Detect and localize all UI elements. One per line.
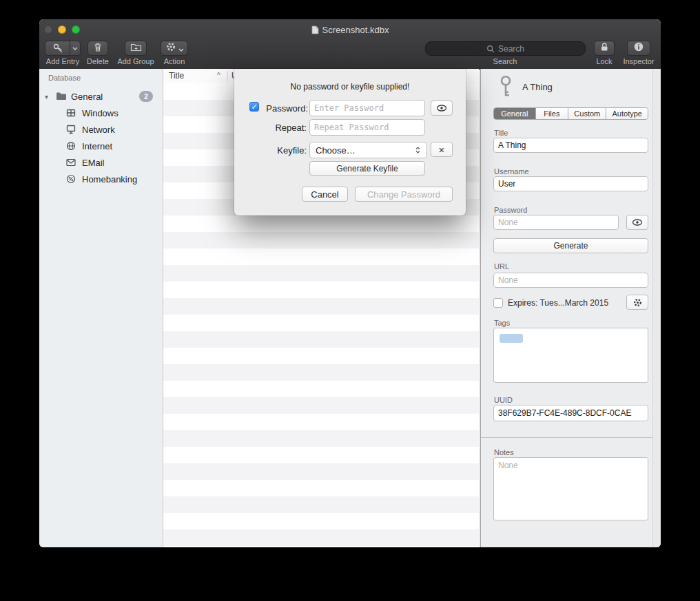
sort-indicator-icon: ^ xyxy=(217,72,220,79)
sidebar-item-network[interactable]: Network xyxy=(39,121,162,138)
lock-label: Lock xyxy=(596,57,612,65)
title-field[interactable] xyxy=(493,138,648,153)
expires-label: Expires: Tues...March 2015 xyxy=(508,298,608,308)
clear-keyfile-button[interactable]: × xyxy=(431,142,453,157)
password-field[interactable] xyxy=(493,215,619,230)
add-group-label: Add Group xyxy=(117,57,154,65)
repeat-password-input[interactable] xyxy=(309,119,425,136)
password-checkbox[interactable]: ✓ xyxy=(249,102,259,112)
disclosure-triangle-icon[interactable]: ▾ xyxy=(45,93,54,101)
lock-button[interactable] xyxy=(594,41,615,56)
cancel-button[interactable]: Cancel xyxy=(302,187,348,202)
window-content: Database ▾ General 2 Windows Networ xyxy=(39,69,661,547)
app-window: Screenshot.kdbx Add Entry Delete Add Gro… xyxy=(39,19,661,547)
scrollbar-track[interactable] xyxy=(652,69,661,547)
sidebar-item-label: Internet xyxy=(82,141,112,151)
titlebar-toolbar: Screenshot.kdbx Add Entry Delete Add Gro… xyxy=(39,19,661,70)
action-label: Action xyxy=(164,57,185,65)
notes-field[interactable] xyxy=(493,457,648,520)
folder-plus-icon xyxy=(130,42,142,55)
url-field[interactable] xyxy=(493,273,648,288)
tags-field[interactable] xyxy=(493,328,648,383)
sidebar-item-internet[interactable]: Internet xyxy=(39,138,162,154)
show-password-button[interactable] xyxy=(431,101,453,116)
sidebar-item-windows[interactable]: Windows xyxy=(39,105,162,121)
inspector-tabs: General Files Custom Autotype xyxy=(493,107,648,120)
generate-keyfile-button[interactable]: Generate Keyfile xyxy=(309,161,425,176)
tab-general[interactable]: General xyxy=(494,108,536,119)
inspector-panel: A Thing General Files Custom Autotype Ti… xyxy=(480,69,661,547)
entry-title: A Thing xyxy=(522,82,553,92)
search-input[interactable]: Search xyxy=(425,41,586,56)
add-entry-label: Add Entry xyxy=(46,57,79,65)
uuid-field[interactable] xyxy=(493,405,648,421)
add-group-button[interactable] xyxy=(125,41,147,56)
inspector-button[interactable] xyxy=(627,41,650,56)
delete-button[interactable] xyxy=(88,41,108,56)
tag-chip[interactable] xyxy=(500,334,523,343)
sidebar-item-label: EMail xyxy=(82,158,105,168)
change-password-dialog: No password or keyfile supplied! ✓ Passw… xyxy=(234,69,466,215)
info-icon xyxy=(633,41,644,55)
sidebar-item-homebanking[interactable]: Homebanking xyxy=(39,171,162,187)
username-label: Username xyxy=(494,167,529,176)
gear-icon xyxy=(632,297,643,308)
generate-password-button[interactable]: Generate xyxy=(493,238,648,253)
chevron-down-icon xyxy=(178,42,184,54)
column-header-title[interactable]: Title xyxy=(169,71,184,81)
column-divider[interactable] xyxy=(227,71,228,81)
window-title: Screenshot.kdbx xyxy=(322,25,389,35)
window-title-wrap: Screenshot.kdbx xyxy=(39,25,661,35)
search-placeholder: Search xyxy=(498,44,524,54)
password-label: Password xyxy=(494,206,527,214)
sidebar-group-label: General xyxy=(71,92,103,102)
tab-custom[interactable]: Custom xyxy=(568,108,606,119)
search-icon xyxy=(486,45,495,53)
expires-settings-button[interactable] xyxy=(626,295,648,310)
show-password-button[interactable] xyxy=(626,215,648,230)
username-field[interactable] xyxy=(493,176,648,191)
keyfile-label: Keyfile: xyxy=(260,145,307,156)
tags-label: Tags xyxy=(494,319,510,327)
chevron-down-icon[interactable] xyxy=(70,41,80,55)
folder-icon xyxy=(56,92,67,101)
globe-icon xyxy=(65,140,76,151)
coin-icon xyxy=(65,173,76,184)
password-input[interactable] xyxy=(309,100,425,116)
eye-icon xyxy=(632,218,643,226)
action-button[interactable] xyxy=(161,41,188,56)
sidebar-group-general[interactable]: ▾ General 2 xyxy=(39,88,162,105)
change-password-button[interactable]: Change Password xyxy=(355,187,453,202)
entry-key-icon xyxy=(498,74,513,101)
expires-checkbox[interactable] xyxy=(493,298,503,308)
keyfile-dropdown[interactable]: Choose… xyxy=(309,142,427,158)
lock-icon xyxy=(599,41,610,55)
url-label: URL xyxy=(494,262,509,271)
count-badge: 2 xyxy=(139,91,153,102)
section-divider xyxy=(481,437,661,438)
eye-icon xyxy=(436,104,447,112)
sidebar-item-label: Windows xyxy=(82,108,119,118)
repeat-label: Repeat: xyxy=(260,123,307,133)
sidebar-section-header: Database xyxy=(48,74,81,82)
uuid-label: UUID xyxy=(494,396,513,404)
network-icon xyxy=(65,124,76,135)
sidebar-item-label: Network xyxy=(82,125,115,135)
title-label: Title xyxy=(494,129,508,137)
add-entry-button[interactable] xyxy=(45,41,81,56)
key-icon xyxy=(45,41,70,55)
notes-label: Notes xyxy=(494,448,514,456)
sidebar-item-email[interactable]: EMail xyxy=(39,154,162,171)
password-label: Password: xyxy=(262,103,308,114)
sidebar-item-label: Homebanking xyxy=(82,174,137,184)
envelope-icon xyxy=(65,157,76,168)
delete-label: Delete xyxy=(87,57,109,65)
keyfile-dropdown-value: Choose… xyxy=(316,145,356,156)
document-icon xyxy=(311,25,319,34)
tab-autotype[interactable]: Autotype xyxy=(606,108,648,119)
gear-icon xyxy=(165,41,176,55)
search-label: Search xyxy=(493,57,517,65)
tab-files[interactable]: Files xyxy=(536,108,569,119)
sidebar: Database ▾ General 2 Windows Networ xyxy=(39,69,163,547)
dialog-message: No password or keyfile supplied! xyxy=(234,82,466,92)
